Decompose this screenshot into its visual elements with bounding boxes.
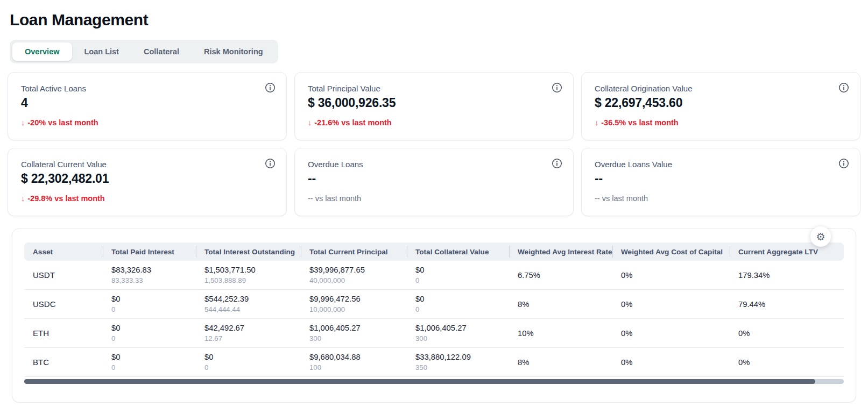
horizontal-scrollbar[interactable] [24, 379, 844, 384]
stat-card-total-principal-value: Total Principal Value $ 36,000,926.35 ↓ … [294, 72, 574, 140]
stat-change: ↓ -36.5% vs last month [595, 118, 847, 127]
table-body: USDT$83,326.8383,333.33$1,503,771.501,50… [24, 261, 844, 377]
info-icon[interactable] [265, 82, 276, 93]
info-icon[interactable] [552, 158, 562, 169]
stat-card-total-active-loans: Total Active Loans 4 ↓ -20% vs last mont… [8, 72, 287, 140]
value-cell: 0% [730, 319, 844, 348]
value-cell: $9,996,472.5610,000,000 [301, 290, 407, 319]
stat-change-text: -- vs last month [308, 194, 361, 203]
stat-title: Total Principal Value [308, 84, 560, 93]
tab-collateral[interactable]: Collateral [131, 42, 192, 61]
value-cell: 0% [612, 290, 730, 319]
stat-title: Collateral Origination Value [595, 84, 847, 93]
stat-card-collateral-current-value: Collateral Current Value $ 22,302,482.01… [8, 148, 287, 216]
stat-change: ↓ -21.6% vs last month [308, 118, 560, 127]
value-cell: $42,492.6712.67 [196, 319, 301, 348]
tab-risk-monitoring[interactable]: Risk Monitoring [192, 42, 276, 61]
stat-card-overdue-loans: Overdue Loans -- -- vs last month [294, 148, 574, 216]
value-cell: $00 [103, 319, 196, 348]
value-cell: $00 [407, 290, 509, 319]
value-cell: $83,326.8383,333.33 [103, 261, 196, 290]
stat-change-text: -20% vs last month [27, 118, 98, 127]
stat-value: -- [595, 172, 847, 186]
arrow-down-icon: ↓ [21, 194, 25, 203]
value-cell: $00 [407, 261, 509, 290]
page: Loan Management Overview Loan List Colla… [0, 0, 868, 403]
stat-change-text: -29.8% vs last month [27, 194, 104, 203]
stat-change-text: -36.5% vs last month [601, 118, 678, 127]
value-cell: 0% [612, 319, 730, 348]
value-cell: 0% [612, 261, 730, 290]
asset-cell: USDC [24, 290, 103, 319]
asset-summary-table-card: ⚙ AssetTotal Paid InterestTotal Interest… [12, 228, 856, 403]
value-cell: $00 [103, 348, 196, 377]
value-cell: $00 [196, 348, 301, 377]
stat-value: $ 22,302,482.01 [21, 172, 273, 186]
stat-card-overdue-loans-value: Overdue Loans Value -- -- vs last month [581, 148, 860, 216]
value-cell: $1,503,771.501,503,888.89 [196, 261, 301, 290]
stat-title: Total Active Loans [21, 84, 273, 93]
tab-overview[interactable]: Overview [12, 42, 72, 61]
stat-value: 4 [21, 96, 273, 110]
value-cell: 6.75% [509, 261, 612, 290]
stat-change: -- vs last month [308, 194, 560, 203]
value-cell: 79.44% [730, 290, 844, 319]
stat-title: Collateral Current Value [21, 160, 273, 169]
gear-icon: ⚙ [816, 232, 825, 242]
value-cell: 179.34% [730, 261, 844, 290]
tabbar: Overview Loan List Collateral Risk Monit… [10, 40, 278, 63]
value-cell: $33,880,122.09350 [407, 348, 509, 377]
value-cell: 0% [612, 348, 730, 377]
info-icon[interactable] [838, 158, 849, 169]
table-row: USDT$83,326.8383,333.33$1,503,771.501,50… [24, 261, 844, 290]
value-cell: $39,996,877.6540,000,000 [301, 261, 407, 290]
asset-cell: USDT [24, 261, 103, 290]
page-title: Loan Management [10, 11, 860, 29]
arrow-down-icon: ↓ [308, 118, 312, 127]
column-header: Weighted Avg Interest Rate [509, 242, 612, 261]
value-cell: 8% [509, 348, 612, 377]
info-icon[interactable] [265, 158, 276, 169]
stat-change: -- vs last month [595, 194, 847, 203]
asset-cell: BTC [24, 348, 103, 377]
stat-title: Overdue Loans [308, 160, 560, 169]
column-header: Total Current Principal [301, 242, 407, 261]
stat-change-text: -21.6% vs last month [314, 118, 391, 127]
value-cell: 10% [509, 319, 612, 348]
value-cell: 8% [509, 290, 612, 319]
table-header-row: AssetTotal Paid InterestTotal Interest O… [24, 242, 844, 261]
asset-cell: ETH [24, 319, 103, 348]
stats-grid: Total Active Loans 4 ↓ -20% vs last mont… [8, 72, 860, 216]
stat-change: ↓ -20% vs last month [21, 118, 273, 127]
stat-change-text: -- vs last month [595, 194, 648, 203]
table-row: USDC$00$544,252.39544,444.44$9,996,472.5… [24, 290, 844, 319]
tab-loan-list[interactable]: Loan List [72, 42, 131, 61]
table-settings-button[interactable]: ⚙ [810, 226, 831, 247]
stat-value: -- [308, 172, 560, 186]
column-header: Total Collateral Value [407, 242, 509, 261]
value-cell: $00 [103, 290, 196, 319]
stat-value: $ 22,697,453.60 [595, 96, 847, 110]
stat-card-collateral-origination-value: Collateral Origination Value $ 22,697,45… [581, 72, 860, 140]
value-cell: 0% [730, 348, 844, 377]
stat-change: ↓ -29.8% vs last month [21, 194, 273, 203]
value-cell: $1,006,405.27300 [301, 319, 407, 348]
value-cell: $9,680,034.88100 [301, 348, 407, 377]
value-cell: $1,006,405.27300 [407, 319, 509, 348]
table-row: ETH$00$42,492.6712.67$1,006,405.27300$1,… [24, 319, 844, 348]
arrow-down-icon: ↓ [21, 118, 25, 127]
column-header: Total Interest Outstanding [196, 242, 301, 261]
column-header: Asset [24, 242, 103, 261]
stat-title: Overdue Loans Value [595, 160, 847, 169]
arrow-down-icon: ↓ [595, 118, 598, 127]
scrollbar-thumb[interactable] [24, 379, 815, 384]
column-header: Total Paid Interest [103, 242, 196, 261]
asset-summary-table: AssetTotal Paid InterestTotal Interest O… [24, 242, 844, 377]
stat-value: $ 36,000,926.35 [308, 96, 560, 110]
info-icon[interactable] [552, 82, 562, 93]
info-icon[interactable] [838, 82, 849, 93]
column-header: Current Aggregate LTV [730, 242, 844, 261]
column-header: Weighted Avg Cost of Capital [612, 242, 730, 261]
table-row: BTC$00$00$9,680,034.88100$33,880,122.093… [24, 348, 844, 377]
value-cell: $544,252.39544,444.44 [196, 290, 301, 319]
